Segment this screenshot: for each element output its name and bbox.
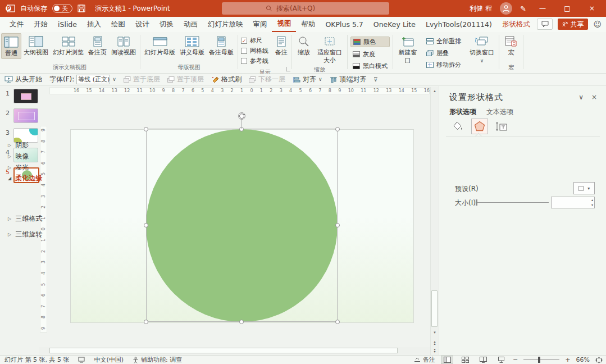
thumbnail-slide-2[interactable]: 2 <box>0 108 39 123</box>
soft-edges-slider-thumb[interactable] <box>476 199 477 206</box>
tab-home[interactable]: 开始 <box>29 17 53 32</box>
vertical-scrollbar[interactable]: ▴ ▾ ▴▴ ▾▾ <box>430 87 438 355</box>
grayscale-button[interactable]: 灰度 <box>350 49 390 59</box>
accessibility-status[interactable]: 辅助功能: 调查 <box>133 356 182 364</box>
from-beginning-button[interactable]: 从头开始 <box>4 75 42 84</box>
save-icon[interactable] <box>78 4 85 12</box>
zoom-slider[interactable] <box>523 360 559 360</box>
soft-edges-size-input[interactable]: ▴▾ <box>551 197 595 208</box>
tab-islide[interactable]: iSlide <box>53 17 82 32</box>
tab-help[interactable]: 帮助 <box>296 17 320 32</box>
avatar[interactable] <box>500 2 512 15</box>
notes-toggle[interactable]: 备注 <box>414 356 435 364</box>
section-3d-format[interactable]: ▷三维格式 <box>8 214 42 224</box>
comments-button[interactable] <box>537 19 553 30</box>
resize-handle-middle-left[interactable] <box>144 223 148 228</box>
gridlines-checkbox[interactable]: 网格线 <box>241 47 268 55</box>
shape-options-tab[interactable]: 形状选项 <box>449 107 476 117</box>
panel-chevron-down-icon[interactable]: ∨ <box>578 93 584 101</box>
user-name[interactable]: 利健 程 <box>470 4 492 13</box>
tab-shape-format[interactable]: 形状格式 <box>497 17 535 32</box>
reading-view-button[interactable]: 阅读视图 <box>109 33 138 58</box>
resize-handle-bottom-left[interactable] <box>144 320 148 324</box>
show-dialog-launcher[interactable] <box>286 67 290 71</box>
toolbar-more-chevron[interactable]: ∨ <box>374 77 378 83</box>
theater-icon[interactable] <box>78 357 85 363</box>
tab-design[interactable]: 设计 <box>130 17 154 32</box>
previous-slide-button[interactable]: ▴▴ <box>431 339 439 347</box>
section-glow[interactable]: ▷发光 <box>8 163 29 172</box>
resize-handle-middle-right[interactable] <box>335 223 340 228</box>
slide-1-preview[interactable] <box>13 89 38 103</box>
tab-slideshow[interactable]: 幻灯片放映 <box>203 17 248 32</box>
move-split-button[interactable]: 移动拆分 <box>424 60 463 70</box>
resize-handle-top-left[interactable] <box>144 127 148 131</box>
scroll-up-arrow[interactable]: ▴ <box>431 87 439 94</box>
horizontal-scrollbar-thumb[interactable] <box>49 348 398 353</box>
reading-view-toggle[interactable] <box>477 356 489 364</box>
normal-view-button[interactable]: 普通 <box>1 33 21 59</box>
pen-mode-icon[interactable]: ✎ <box>520 4 526 13</box>
notes-master-button[interactable]: 备注母版 <box>207 33 236 58</box>
horizontal-scrollbar[interactable] <box>39 347 430 354</box>
align-top-button[interactable]: 顶端对齐 <box>330 75 367 84</box>
scroll-down-arrow[interactable]: ▾ <box>431 329 439 336</box>
handout-master-button[interactable]: 讲义母版 <box>177 33 207 58</box>
tab-insert[interactable]: 插入 <box>82 17 106 32</box>
close-button[interactable]: × <box>584 0 600 17</box>
soft-edges-size-slider[interactable] <box>477 202 549 203</box>
section-3d-rotation[interactable]: ▷三维旋转 <box>8 230 42 239</box>
notes-page-button[interactable]: 备注页 <box>86 33 109 58</box>
search-input[interactable]: 搜索(Alt+Q) <box>222 2 389 15</box>
guides-checkbox[interactable]: 参考线 <box>241 57 268 65</box>
align-button[interactable]: 对齐 ∨ <box>293 75 322 84</box>
vertical-ruler[interactable]: 9876543210123456789 <box>40 126 47 333</box>
slideshow-toggle[interactable] <box>495 356 507 364</box>
resize-handle-bottom-right[interactable] <box>335 320 340 324</box>
normal-view-toggle[interactable] <box>441 356 453 364</box>
tab-view[interactable]: 视图 <box>272 17 296 32</box>
tab-transitions[interactable]: 切换 <box>154 17 179 32</box>
minimize-button[interactable]: — <box>534 0 551 17</box>
tab-onekey[interactable]: OneKey Lite <box>368 17 421 32</box>
feedback-smiley-icon[interactable]: ☺ <box>593 20 602 29</box>
tab-animations[interactable]: 动画 <box>179 17 203 32</box>
resize-handle-top-right[interactable] <box>335 127 340 131</box>
fit-to-window-button[interactable]: 适应窗口大小 <box>314 33 345 66</box>
zoom-button[interactable]: 缩放 <box>294 33 314 58</box>
chevron-down-icon[interactable]: ∨ <box>112 77 116 82</box>
language-indicator[interactable]: 中文(中国) <box>94 356 124 364</box>
font-combobox[interactable]: 等线 (正文) <box>76 75 110 84</box>
spin-down-icon[interactable]: ▾ <box>591 203 593 207</box>
notes-button[interactable]: 备注 <box>273 33 290 58</box>
text-options-tab[interactable]: 文本选项 <box>486 107 513 117</box>
ruler-checkbox[interactable]: ✓标尺 <box>241 37 268 45</box>
outline-view-button[interactable]: 大纲视图 <box>21 33 51 58</box>
section-reflection[interactable]: ▷映像 <box>8 152 29 161</box>
effects-icon[interactable] <box>471 119 488 134</box>
fill-line-icon[interactable] <box>449 119 466 134</box>
resize-handle-bottom-center[interactable] <box>239 320 244 324</box>
zoom-out-button[interactable]: − <box>513 356 518 363</box>
tab-draw[interactable]: 绘图 <box>106 17 130 32</box>
macros-button[interactable]: 宏 <box>501 33 521 58</box>
slide-sorter-toggle[interactable] <box>459 356 471 364</box>
color-button[interactable]: 颜色 <box>350 37 390 47</box>
oval-shape[interactable] <box>146 129 338 322</box>
cascade-button[interactable]: 层叠 <box>424 48 463 58</box>
switch-windows-button[interactable]: 切换窗口 ∨ <box>467 33 497 65</box>
send-to-back-button[interactable]: 置于底层 <box>124 75 160 84</box>
rotation-handle[interactable] <box>238 112 246 120</box>
autosave-toggle[interactable]: 关 <box>52 4 72 13</box>
thumbnail-slide-1[interactable]: 1 <box>0 89 39 103</box>
bring-to-front-button[interactable]: 置于顶层 <box>167 75 204 84</box>
vertical-scrollbar-thumb[interactable] <box>431 290 438 327</box>
slide-sorter-button[interactable]: 幻灯片浏览 <box>51 33 86 58</box>
zoom-percentage[interactable]: 66% <box>576 356 590 363</box>
share-button[interactable]: 共享 <box>558 19 588 30</box>
spin-up-icon[interactable]: ▴ <box>591 198 593 202</box>
section-shadow[interactable]: ▷阴影 <box>8 140 29 150</box>
next-slide-button[interactable]: ▾▾ <box>431 347 439 354</box>
maximize-button[interactable]: □ <box>559 0 576 17</box>
tab-lvyhtools[interactable]: LvyhTools(201114) <box>421 17 497 32</box>
